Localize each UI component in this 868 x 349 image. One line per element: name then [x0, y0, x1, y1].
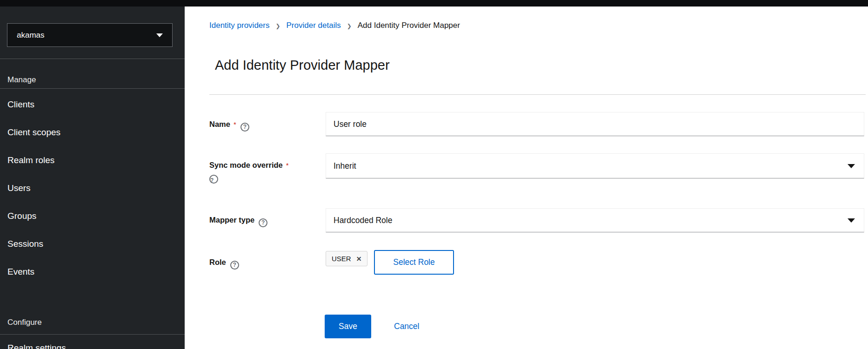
- sidebar-item-clients[interactable]: Clients: [0, 91, 185, 119]
- sidebar-item-users[interactable]: Users: [0, 174, 185, 202]
- nav-group-label-manage: Manage: [7, 75, 36, 85]
- breadcrumb-identity-providers[interactable]: Identity providers: [209, 21, 269, 30]
- mapper-type-value: Hardcoded Role: [334, 216, 392, 225]
- mapper-type-select[interactable]: Hardcoded Role: [326, 208, 864, 232]
- nav-group-label-configure: Configure: [7, 318, 42, 327]
- role-chip: USER ✕: [326, 251, 367, 266]
- caret-down-icon: [848, 218, 855, 223]
- sync-mode-override-value: Inherit: [334, 161, 356, 171]
- sidebar-item-realm-settings[interactable]: Realm settings: [7, 343, 66, 349]
- role-chip-text: USER: [332, 255, 351, 263]
- breadcrumb-provider-details[interactable]: Provider details: [287, 21, 341, 30]
- help-icon[interactable]: ?: [259, 218, 267, 227]
- sidebar-item-sessions[interactable]: Sessions: [0, 230, 185, 258]
- divider: [0, 88, 185, 89]
- sidebar-nav: Clients Client scopes Realm roles Users …: [0, 91, 185, 286]
- help-icon[interactable]: ?: [209, 175, 218, 184]
- select-role-button[interactable]: Select Role: [374, 250, 454, 275]
- role-label-text: Role: [209, 258, 226, 266]
- chip-remove-icon[interactable]: ✕: [356, 256, 362, 262]
- divider: [0, 59, 185, 59]
- divider: [209, 94, 866, 95]
- mapper-type-label-text: Mapper type: [209, 216, 254, 224]
- name-field-label: Name*?: [209, 119, 326, 132]
- chevron-right-icon: ❯: [269, 23, 286, 29]
- sidebar-item-realm-roles[interactable]: Realm roles: [0, 146, 185, 174]
- help-icon[interactable]: ?: [240, 123, 249, 132]
- main-content: Identity providers ❯ Provider details ❯ …: [185, 7, 868, 349]
- masthead: [0, 0, 868, 7]
- sync-mode-override-label-text: Sync mode override: [209, 161, 283, 169]
- cancel-link[interactable]: Cancel: [394, 315, 419, 338]
- sidebar-item-events[interactable]: Events: [0, 258, 185, 286]
- realm-selector[interactable]: akamas: [7, 23, 173, 47]
- chevron-right-icon: ❯: [341, 23, 358, 29]
- page-title: Add Identity Provider Mapper: [215, 58, 390, 73]
- required-asterisk: *: [234, 120, 236, 128]
- sidebar: akamas Manage Clients Client scopes Real…: [0, 7, 185, 349]
- caret-down-icon: [848, 164, 855, 168]
- role-field-label: Role?: [209, 257, 326, 270]
- divider: [0, 334, 185, 335]
- sync-mode-override-field-label: Sync mode override* ?: [209, 160, 326, 184]
- caret-down-icon: [156, 33, 163, 37]
- breadcrumb-current: Add Identity Provider Mapper: [358, 21, 460, 30]
- save-button[interactable]: Save: [325, 315, 371, 338]
- sidebar-item-client-scopes[interactable]: Client scopes: [0, 119, 185, 146]
- required-asterisk: *: [286, 161, 289, 169]
- realm-selector-value: akamas: [17, 31, 45, 40]
- breadcrumb: Identity providers ❯ Provider details ❯ …: [209, 21, 460, 30]
- name-label-text: Name: [209, 120, 230, 128]
- sidebar-item-groups[interactable]: Groups: [0, 202, 185, 230]
- mapper-type-field-label: Mapper type?: [209, 215, 326, 227]
- help-icon[interactable]: ?: [230, 261, 239, 270]
- sync-mode-override-select[interactable]: Inherit: [326, 153, 864, 178]
- name-input[interactable]: [326, 112, 864, 136]
